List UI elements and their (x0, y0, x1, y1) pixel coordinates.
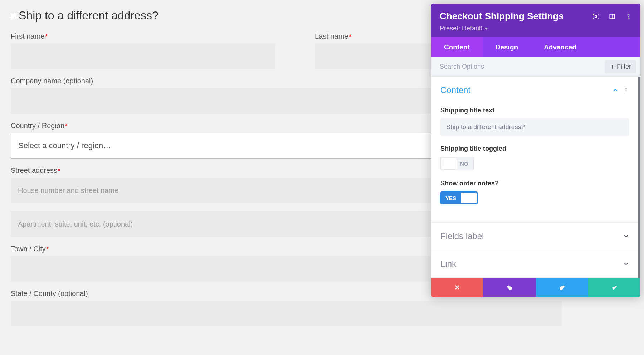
chevron-down-icon (484, 27, 488, 30)
preset-selector[interactable]: Preset: Default (440, 25, 632, 32)
toggle-knob (461, 193, 477, 203)
section-fields-label-title: Fields label (440, 231, 484, 241)
toggle-knob (441, 158, 457, 169)
required-asterisk: * (58, 168, 60, 174)
chevron-down-icon (623, 233, 629, 239)
section-content: Content Shipping title text Shipping tit… (431, 77, 638, 223)
svg-point-3 (628, 14, 629, 15)
svg-point-10 (626, 91, 627, 92)
redo-icon (558, 284, 566, 291)
svg-point-4 (628, 16, 629, 17)
redo-button[interactable] (536, 278, 588, 297)
required-asterisk: * (349, 34, 351, 40)
chevron-up-icon (613, 87, 618, 93)
expand-icon[interactable] (592, 13, 599, 20)
town-label: Town / City (11, 245, 46, 253)
search-options-input[interactable] (440, 60, 601, 73)
shipping-title-text-input[interactable] (440, 118, 629, 136)
toggle-label-yes: YES (440, 191, 460, 204)
country-select-placeholder: Select a country / region… (18, 141, 111, 150)
ship-different-checkbox[interactable] (11, 14, 16, 19)
panel-title: Checkout Shipping Settings (440, 11, 564, 22)
svg-point-9 (626, 90, 627, 91)
company-label: Company name (optional) (11, 77, 93, 85)
settings-panel: Checkout Shipping Settings Preset: Defau… (431, 4, 640, 297)
country-label: Country / Region (11, 122, 64, 130)
shipping-title-toggled-label: Shipping title toggled (440, 145, 629, 152)
filter-button[interactable]: Filter (605, 60, 636, 73)
required-asterisk: * (47, 246, 49, 252)
shipping-title-text-label: Shipping title text (440, 107, 629, 114)
first-name-label: First name (11, 32, 44, 40)
filter-label: Filter (617, 63, 631, 70)
toggle-label-no: NO (457, 161, 473, 167)
search-row: Filter (431, 57, 640, 77)
section-link: Link (431, 250, 638, 278)
section-link-title: Link (440, 259, 456, 269)
plus-icon (610, 64, 615, 69)
street-label: Street address (11, 166, 57, 175)
section-link-header[interactable]: Link (440, 259, 629, 269)
check-icon (611, 284, 618, 291)
state-input[interactable] (11, 301, 562, 326)
more-icon[interactable] (625, 13, 632, 20)
tab-design[interactable]: Design (483, 37, 531, 57)
undo-icon (506, 284, 513, 291)
section-fields-label: Fields label (431, 223, 638, 250)
tab-advanced[interactable]: Advanced (531, 37, 589, 57)
save-button[interactable] (588, 278, 640, 297)
more-vertical-icon[interactable] (623, 87, 629, 93)
show-order-notes-toggle[interactable]: YES (440, 191, 478, 204)
shipping-title-toggled-toggle[interactable]: NO (440, 157, 474, 170)
section-content-header[interactable]: Content (440, 85, 629, 95)
required-asterisk: * (45, 34, 47, 40)
panel-footer (431, 278, 640, 297)
svg-point-8 (626, 88, 627, 89)
svg-rect-0 (595, 15, 597, 17)
first-name-input[interactable] (11, 43, 275, 69)
section-content-title: Content (440, 85, 470, 95)
svg-point-5 (628, 18, 629, 19)
close-icon (454, 284, 461, 291)
panel-header: Checkout Shipping Settings Preset: Defau… (431, 4, 640, 37)
state-label: State / County (optional) (11, 290, 88, 298)
required-asterisk: * (65, 123, 67, 129)
chevron-down-icon (623, 261, 629, 267)
tab-content[interactable]: Content (431, 37, 483, 57)
panel-body[interactable]: Content Shipping title text Shipping tit… (431, 77, 640, 278)
cancel-button[interactable] (431, 278, 483, 297)
ship-different-text: Ship to a different address? (19, 9, 158, 22)
last-name-label: Last name (315, 32, 348, 40)
show-order-notes-label: Show order notes? (440, 180, 629, 187)
columns-icon[interactable] (609, 13, 615, 20)
panel-tabs: Content Design Advanced (431, 37, 640, 57)
undo-button[interactable] (483, 278, 536, 297)
preset-label: Preset: Default (440, 25, 482, 32)
section-fields-label-header[interactable]: Fields label (440, 231, 629, 241)
